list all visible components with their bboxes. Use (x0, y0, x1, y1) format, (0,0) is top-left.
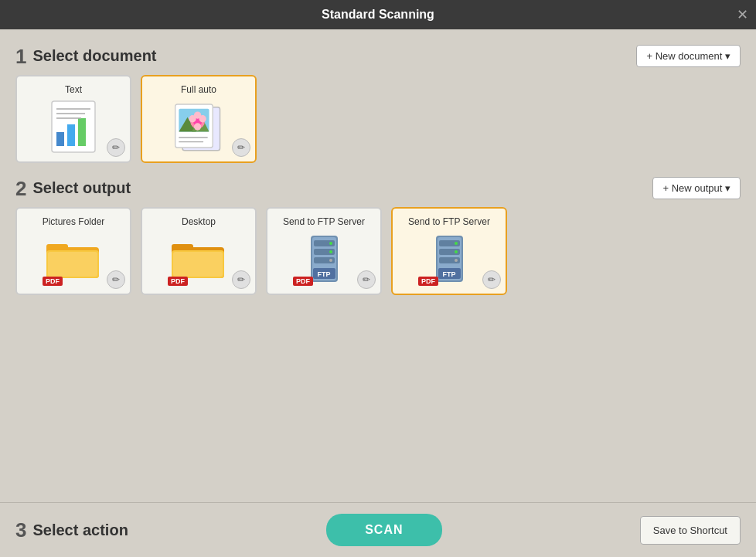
output-card-ftp-2[interactable]: Send to FTP Server FTP PDF (391, 207, 507, 295)
section2-label: Select output (32, 179, 131, 197)
output-cards-row: Pictures Folder PDF ✏ (15, 207, 741, 295)
svg-rect-23 (48, 252, 97, 277)
footer-left: 3 Select action (15, 518, 128, 542)
section1-label: Select document (32, 47, 156, 65)
document-card-fullauto[interactable]: Full auto (141, 75, 257, 163)
svg-rect-27 (173, 252, 223, 277)
svg-point-17 (194, 123, 201, 130)
footer-section-label: Select action (32, 521, 128, 539)
text-card-edit-button[interactable]: ✏ (107, 138, 125, 157)
section2-number: 2 (15, 178, 26, 199)
desktop-icon-area: PDF (168, 232, 230, 286)
svg-text:FTP: FTP (442, 270, 455, 278)
fullauto-doc-icon (172, 100, 226, 154)
output-card-ftp-1[interactable]: Send to FTP Server (266, 207, 382, 295)
pictures-folder-edit-button[interactable]: ✏ (107, 270, 125, 289)
svg-rect-2 (67, 124, 75, 146)
footer-section-number: 3 (15, 518, 26, 542)
output-card-pictures-folder[interactable]: Pictures Folder PDF ✏ (15, 207, 131, 295)
ftp1-icon-area: FTP PDF (293, 232, 355, 286)
desktop-folder-icon (172, 238, 226, 280)
section2-header: 2 Select output + New output ▾ (15, 177, 741, 199)
scan-button[interactable]: SCAN (326, 514, 441, 546)
svg-point-35 (329, 259, 332, 262)
section-select-document: 1 Select document + New document ▾ Text (15, 45, 741, 163)
svg-point-34 (329, 250, 332, 253)
save-to-shortcut-button[interactable]: Save to Shortcut (640, 516, 741, 545)
pictures-folder-icon-area: PDF (43, 232, 104, 286)
svg-point-45 (455, 259, 458, 262)
section1-title: 1 Select document (15, 46, 157, 66)
svg-point-43 (455, 242, 458, 245)
svg-point-44 (455, 250, 458, 253)
svg-point-16 (194, 111, 201, 118)
ftp2-label: Send to FTP Server (408, 216, 490, 227)
footer: 3 Select action SCAN Save to Shortcut (0, 502, 756, 557)
output-card-desktop[interactable]: Desktop PDF ✏ (141, 207, 257, 295)
pictures-folder-pdf-badge: PDF (43, 277, 63, 286)
new-output-button[interactable]: + New output ▾ (652, 177, 741, 199)
ftp2-icon-area: FTP PDF (418, 232, 480, 286)
folder-icon (46, 238, 100, 280)
main-content: 1 Select document + New document ▾ Text (0, 29, 756, 502)
section2-title: 2 Select output (15, 178, 131, 199)
fullauto-card-label: Full auto (181, 84, 216, 95)
new-document-button[interactable]: + New document ▾ (636, 45, 741, 67)
desktop-pdf-badge: PDF (168, 277, 188, 286)
fullauto-card-icon-area (168, 100, 230, 154)
svg-text:FTP: FTP (317, 270, 330, 278)
text-card-label: Text (65, 84, 82, 95)
section1-number: 1 (15, 46, 26, 66)
ftp1-pdf-badge: PDF (293, 277, 313, 286)
title-bar: Standard Scanning ✕ (0, 0, 756, 29)
ftp2-pdf-badge: PDF (418, 277, 438, 286)
section-select-output: 2 Select output + New output ▾ Pictures … (15, 177, 741, 295)
pictures-folder-label: Pictures Folder (43, 216, 105, 227)
svg-rect-3 (78, 118, 86, 146)
text-card-icon-area (43, 100, 104, 154)
close-button[interactable]: ✕ (737, 6, 748, 23)
svg-rect-1 (56, 132, 64, 146)
svg-point-33 (329, 242, 332, 245)
document-card-text[interactable]: Text ✏ (15, 75, 131, 163)
desktop-edit-button[interactable]: ✏ (232, 270, 250, 289)
ftp1-edit-button[interactable]: ✏ (357, 270, 376, 289)
document-cards-row: Text ✏ (15, 75, 741, 163)
desktop-label: Desktop (182, 216, 216, 227)
section1-header: 1 Select document + New document ▾ (15, 45, 741, 67)
app-title: Standard Scanning (322, 8, 434, 21)
text-doc-icon (50, 100, 97, 154)
ftp2-edit-button[interactable]: ✏ (482, 270, 501, 289)
ftp1-label: Send to FTP Server (283, 216, 365, 227)
fullauto-card-edit-button[interactable]: ✏ (232, 138, 250, 157)
